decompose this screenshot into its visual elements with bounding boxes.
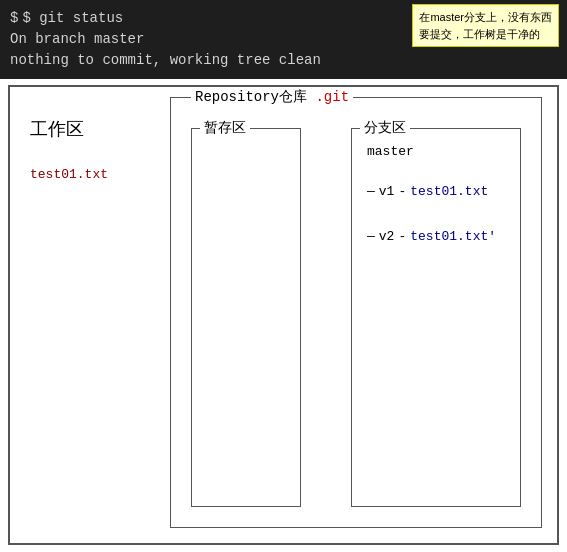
terminal-panel: $ $ git status On branch master nothing … (0, 0, 567, 79)
tooltip-box: 在master分支上，没有东西 要提交，工作树是干净的 (412, 4, 559, 47)
repository-box: Repository仓库 .git 暂存区 分支区 master — v1 - … (170, 97, 542, 528)
v2-separator: - (398, 229, 406, 244)
version2-line: — v2 - test01.txt' (367, 229, 496, 244)
repo-label-git: .git (315, 89, 349, 105)
staging-box: 暂存区 (191, 128, 301, 507)
v1-separator: - (398, 184, 406, 199)
branch-box: 分支区 master — v1 - test01.txt — v2 - test… (351, 128, 521, 507)
diagram-area: 工作区 test01.txt Repository仓库 .git 暂存区 分支区… (8, 85, 559, 545)
repo-label-text: Repository仓库 (195, 89, 307, 105)
staging-label: 暂存区 (200, 119, 250, 137)
master-label: master (367, 144, 414, 159)
v1-num: v1 (379, 184, 395, 199)
v1-dash: — (367, 184, 375, 199)
git-command: $ git status (22, 8, 123, 29)
dollar-sign: $ (10, 8, 18, 29)
tooltip-line2: 要提交，工作树是干净的 (419, 26, 552, 43)
work-area-file: test01.txt (30, 167, 108, 182)
work-area-label: 工作区 (30, 117, 84, 141)
version1-line: — v1 - test01.txt (367, 184, 488, 199)
repo-label: Repository仓库 .git (191, 88, 353, 106)
v1-file: test01.txt (410, 184, 488, 199)
tooltip-line1: 在master分支上，没有东西 (419, 9, 552, 26)
terminal-line3: nothing to commit, working tree clean (10, 50, 557, 71)
v2-dash: — (367, 229, 375, 244)
v2-file: test01.txt' (410, 229, 496, 244)
branch-label: 分支区 (360, 119, 410, 137)
v2-num: v2 (379, 229, 395, 244)
